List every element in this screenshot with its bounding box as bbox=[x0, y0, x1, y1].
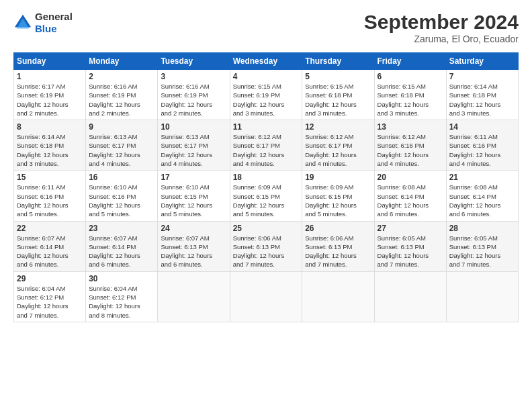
calendar-cell: 26Sunrise: 6:06 AM Sunset: 6:13 PM Dayli… bbox=[302, 221, 374, 271]
calendar-cell: 25Sunrise: 6:06 AM Sunset: 6:13 PM Dayli… bbox=[230, 221, 302, 271]
day-info: Sunrise: 6:09 AM Sunset: 6:15 PM Dayligh… bbox=[233, 183, 300, 218]
logo-icon bbox=[13, 13, 32, 32]
day-number: 14 bbox=[449, 122, 515, 132]
calendar-week-row: 22Sunrise: 6:07 AM Sunset: 6:14 PM Dayli… bbox=[14, 221, 519, 271]
calendar-cell: 27Sunrise: 6:05 AM Sunset: 6:13 PM Dayli… bbox=[374, 221, 446, 271]
day-number: 11 bbox=[233, 122, 300, 132]
calendar-cell: 12Sunrise: 6:12 AM Sunset: 6:17 PM Dayli… bbox=[302, 120, 374, 171]
day-number: 25 bbox=[233, 224, 300, 233]
day-number: 28 bbox=[449, 224, 515, 233]
calendar-cell: 24Sunrise: 6:07 AM Sunset: 6:13 PM Dayli… bbox=[158, 221, 230, 271]
calendar-cell: 13Sunrise: 6:12 AM Sunset: 6:16 PM Dayli… bbox=[374, 120, 446, 171]
subtitle: Zaruma, El Oro, Ecuador bbox=[364, 34, 519, 44]
calendar-day-header: Wednesday bbox=[230, 53, 302, 70]
day-info: Sunrise: 6:07 AM Sunset: 6:13 PM Dayligh… bbox=[161, 234, 226, 269]
day-number: 20 bbox=[378, 173, 443, 182]
calendar-cell bbox=[230, 271, 302, 322]
calendar-cell: 19Sunrise: 6:09 AM Sunset: 6:15 PM Dayli… bbox=[302, 171, 374, 221]
calendar-day-header: Tuesday bbox=[158, 53, 230, 70]
calendar-day-header: Monday bbox=[86, 53, 158, 70]
day-info: Sunrise: 6:11 AM Sunset: 6:16 PM Dayligh… bbox=[449, 132, 515, 168]
day-info: Sunrise: 6:04 AM Sunset: 6:12 PM Dayligh… bbox=[17, 284, 83, 320]
calendar-cell: 11Sunrise: 6:12 AM Sunset: 6:17 PM Dayli… bbox=[230, 120, 302, 171]
calendar-cell: 15Sunrise: 6:11 AM Sunset: 6:16 PM Dayli… bbox=[14, 171, 86, 221]
calendar-cell: 17Sunrise: 6:10 AM Sunset: 6:15 PM Dayli… bbox=[158, 171, 230, 221]
calendar-week-row: 8Sunrise: 6:14 AM Sunset: 6:18 PM Daylig… bbox=[14, 120, 519, 171]
day-info: Sunrise: 6:17 AM Sunset: 6:19 PM Dayligh… bbox=[17, 82, 83, 118]
calendar-cell: 23Sunrise: 6:07 AM Sunset: 6:14 PM Dayli… bbox=[86, 221, 158, 271]
calendar-day-header: Thursday bbox=[302, 53, 374, 70]
day-number: 3 bbox=[161, 72, 226, 81]
day-number: 21 bbox=[449, 173, 515, 182]
calendar-cell: 5Sunrise: 6:15 AM Sunset: 6:18 PM Daylig… bbox=[302, 70, 374, 120]
calendar-day-header: Saturday bbox=[446, 53, 518, 70]
day-info: Sunrise: 6:08 AM Sunset: 6:14 PM Dayligh… bbox=[449, 183, 515, 218]
month-title: September 2024 bbox=[364, 11, 519, 34]
calendar-cell: 8Sunrise: 6:14 AM Sunset: 6:18 PM Daylig… bbox=[14, 120, 86, 171]
logo: General Blue bbox=[13, 11, 73, 35]
logo-text: General Blue bbox=[35, 11, 73, 35]
day-number: 5 bbox=[305, 72, 371, 81]
day-info: Sunrise: 6:12 AM Sunset: 6:16 PM Dayligh… bbox=[378, 132, 443, 168]
day-number: 13 bbox=[378, 122, 443, 132]
calendar-header-row: SundayMondayTuesdayWednesdayThursdayFrid… bbox=[14, 53, 519, 70]
title-block: September 2024 Zaruma, El Oro, Ecuador bbox=[364, 11, 519, 44]
calendar-day-header: Friday bbox=[374, 53, 446, 70]
day-info: Sunrise: 6:06 AM Sunset: 6:13 PM Dayligh… bbox=[233, 234, 300, 269]
calendar-cell: 16Sunrise: 6:10 AM Sunset: 6:16 PM Dayli… bbox=[86, 171, 158, 221]
day-info: Sunrise: 6:04 AM Sunset: 6:12 PM Dayligh… bbox=[89, 284, 154, 320]
calendar-cell: 28Sunrise: 6:05 AM Sunset: 6:13 PM Dayli… bbox=[446, 221, 518, 271]
calendar-cell: 4Sunrise: 6:15 AM Sunset: 6:19 PM Daylig… bbox=[230, 70, 302, 120]
day-number: 23 bbox=[89, 224, 154, 233]
calendar-table: SundayMondayTuesdayWednesdayThursdayFrid… bbox=[13, 52, 519, 322]
day-number: 4 bbox=[233, 72, 300, 81]
calendar-cell: 20Sunrise: 6:08 AM Sunset: 6:14 PM Dayli… bbox=[374, 171, 446, 221]
day-info: Sunrise: 6:12 AM Sunset: 6:17 PM Dayligh… bbox=[233, 132, 300, 168]
day-info: Sunrise: 6:09 AM Sunset: 6:15 PM Dayligh… bbox=[305, 183, 371, 218]
day-number: 15 bbox=[17, 173, 83, 182]
calendar-cell: 30Sunrise: 6:04 AM Sunset: 6:12 PM Dayli… bbox=[86, 271, 158, 322]
calendar-cell: 6Sunrise: 6:15 AM Sunset: 6:18 PM Daylig… bbox=[374, 70, 446, 120]
calendar-week-row: 1Sunrise: 6:17 AM Sunset: 6:19 PM Daylig… bbox=[14, 70, 519, 120]
calendar-cell: 18Sunrise: 6:09 AM Sunset: 6:15 PM Dayli… bbox=[230, 171, 302, 221]
calendar-cell bbox=[446, 271, 518, 322]
day-number: 29 bbox=[17, 274, 83, 283]
calendar-cell: 3Sunrise: 6:16 AM Sunset: 6:19 PM Daylig… bbox=[158, 70, 230, 120]
calendar-cell: 22Sunrise: 6:07 AM Sunset: 6:14 PM Dayli… bbox=[14, 221, 86, 271]
day-number: 19 bbox=[305, 173, 371, 182]
day-info: Sunrise: 6:14 AM Sunset: 6:18 PM Dayligh… bbox=[17, 132, 83, 168]
day-info: Sunrise: 6:14 AM Sunset: 6:18 PM Dayligh… bbox=[449, 82, 515, 118]
day-number: 9 bbox=[89, 122, 154, 132]
calendar-cell bbox=[158, 271, 230, 322]
day-number: 10 bbox=[161, 122, 226, 132]
day-number: 17 bbox=[161, 173, 226, 182]
calendar-cell: 7Sunrise: 6:14 AM Sunset: 6:18 PM Daylig… bbox=[446, 70, 518, 120]
day-info: Sunrise: 6:07 AM Sunset: 6:14 PM Dayligh… bbox=[89, 234, 154, 269]
calendar-cell: 29Sunrise: 6:04 AM Sunset: 6:12 PM Dayli… bbox=[14, 271, 86, 322]
day-number: 6 bbox=[378, 72, 443, 81]
day-number: 16 bbox=[89, 173, 154, 182]
calendar-cell: 14Sunrise: 6:11 AM Sunset: 6:16 PM Dayli… bbox=[446, 120, 518, 171]
day-info: Sunrise: 6:15 AM Sunset: 6:18 PM Dayligh… bbox=[305, 82, 371, 118]
day-number: 22 bbox=[17, 224, 83, 233]
calendar-cell: 1Sunrise: 6:17 AM Sunset: 6:19 PM Daylig… bbox=[14, 70, 86, 120]
page-container: General Blue September 2024 Zaruma, El O… bbox=[0, 0, 532, 329]
calendar-cell: 10Sunrise: 6:13 AM Sunset: 6:17 PM Dayli… bbox=[158, 120, 230, 171]
day-number: 7 bbox=[449, 72, 515, 81]
day-number: 24 bbox=[161, 224, 226, 233]
calendar-week-row: 29Sunrise: 6:04 AM Sunset: 6:12 PM Dayli… bbox=[14, 271, 519, 322]
calendar-day-header: Sunday bbox=[14, 53, 86, 70]
day-number: 30 bbox=[89, 274, 154, 283]
header: General Blue September 2024 Zaruma, El O… bbox=[13, 11, 519, 44]
day-info: Sunrise: 6:08 AM Sunset: 6:14 PM Dayligh… bbox=[378, 183, 443, 218]
calendar-cell: 21Sunrise: 6:08 AM Sunset: 6:14 PM Dayli… bbox=[446, 171, 518, 221]
day-number: 8 bbox=[17, 122, 83, 132]
day-info: Sunrise: 6:11 AM Sunset: 6:16 PM Dayligh… bbox=[17, 183, 83, 218]
day-info: Sunrise: 6:16 AM Sunset: 6:19 PM Dayligh… bbox=[89, 82, 154, 118]
day-info: Sunrise: 6:16 AM Sunset: 6:19 PM Dayligh… bbox=[161, 82, 226, 118]
day-info: Sunrise: 6:06 AM Sunset: 6:13 PM Dayligh… bbox=[305, 234, 371, 269]
day-info: Sunrise: 6:10 AM Sunset: 6:15 PM Dayligh… bbox=[161, 183, 226, 218]
day-info: Sunrise: 6:05 AM Sunset: 6:13 PM Dayligh… bbox=[449, 234, 515, 269]
day-number: 27 bbox=[378, 224, 443, 233]
day-info: Sunrise: 6:15 AM Sunset: 6:18 PM Dayligh… bbox=[378, 82, 443, 118]
